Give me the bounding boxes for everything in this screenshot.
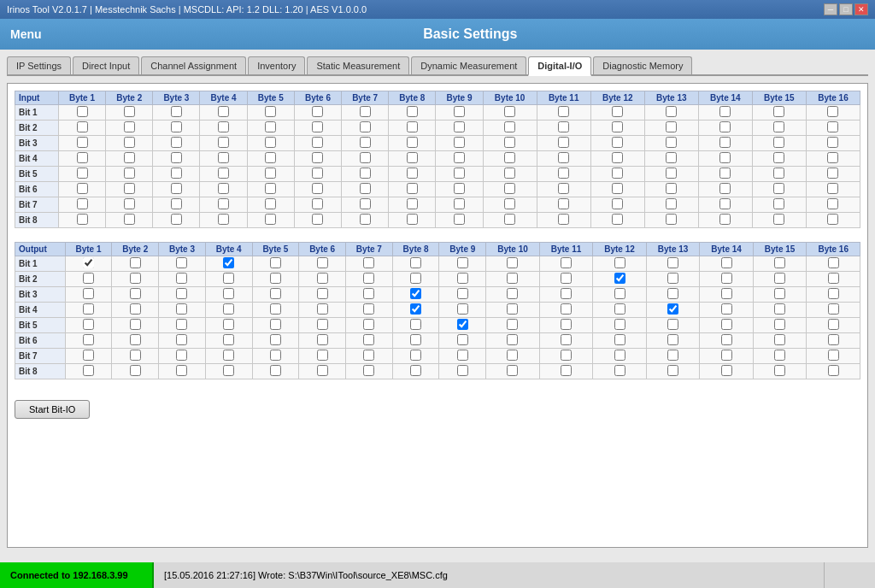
cell-r0-c9[interactable] [436,105,483,121]
cell-r5-c14[interactable] [698,182,752,197]
checkbox-r6-c16[interactable] [828,350,839,361]
checkbox-r5-c8[interactable] [410,334,421,345]
checkbox-r6-c7[interactable] [360,198,371,209]
checkbox-r2-c6[interactable] [312,137,323,148]
cell-r5-c10[interactable] [483,182,537,197]
checkbox-r5-c5[interactable] [270,334,281,345]
checkbox-r5-c3[interactable] [171,183,182,194]
checkbox-r2-c7[interactable] [360,137,371,148]
checkbox-r7-c12[interactable] [612,214,623,225]
checkbox-r6-c10[interactable] [504,198,515,209]
checkbox-r1-c11[interactable] [561,273,572,284]
checkbox-r5-c13[interactable] [667,334,678,345]
checkbox-r1-c16[interactable] [828,273,839,284]
checkbox-r2-c5[interactable] [270,288,281,299]
checkbox-r5-c4[interactable] [223,334,234,345]
cell-r1-c7[interactable] [346,272,393,287]
cell-r5-c15[interactable] [752,182,806,197]
cell-r7-c9[interactable] [439,364,486,379]
checkbox-r2-c14[interactable] [719,137,731,148]
checkbox-r2-c2[interactable] [130,288,141,299]
checkbox-r3-c3[interactable] [171,152,182,163]
cell-r3-c6[interactable] [299,303,346,318]
cell-r0-c10[interactable] [486,256,540,272]
checkbox-r6-c6[interactable] [312,198,323,209]
checkbox-r1-c6[interactable] [317,273,328,284]
checkbox-r1-c15[interactable] [773,121,784,132]
checkbox-r2-c12[interactable] [612,137,623,148]
checkbox-r5-c12[interactable] [614,334,625,345]
checkbox-r4-c2[interactable] [124,168,135,179]
checkbox-r2-c11[interactable] [561,288,572,299]
cell-r2-c15[interactable] [753,287,807,303]
cell-r7-c2[interactable] [112,364,159,379]
cell-r2-c5[interactable] [247,136,294,151]
checkbox-r4-c3[interactable] [171,168,182,179]
cell-r5-c8[interactable] [389,182,436,197]
cell-r1-c8[interactable] [389,121,436,136]
cell-r7-c16[interactable] [806,213,860,228]
checkbox-r4-c12[interactable] [612,168,623,179]
cell-r6-c8[interactable] [389,197,436,213]
checkbox-r6-c1[interactable] [83,350,94,361]
cell-r2-c13[interactable] [646,287,700,303]
cell-r1-c15[interactable] [752,121,806,136]
checkbox-r7-c8[interactable] [407,214,418,225]
cell-r6-c1[interactable] [65,349,112,364]
checkbox-r3-c12[interactable] [614,303,625,315]
cell-r1-c6[interactable] [299,272,346,287]
cell-r3-c4[interactable] [205,303,252,318]
cell-r7-c10[interactable] [483,213,537,228]
cell-r5-c5[interactable] [247,182,294,197]
checkbox-r2-c3[interactable] [176,288,187,299]
checkbox-r4-c11[interactable] [561,319,572,330]
cell-r7-c16[interactable] [807,364,860,379]
checkbox-r0-c14[interactable] [719,106,731,117]
cell-r4-c5[interactable] [247,167,294,182]
cell-r3-c13[interactable] [644,151,698,167]
tab-inventory[interactable]: Inventory [248,56,305,74]
checkbox-r2-c16[interactable] [828,288,839,299]
cell-r5-c2[interactable] [106,182,153,197]
cell-r7-c6[interactable] [294,213,341,228]
checkbox-r0-c13[interactable] [666,106,677,117]
cell-r2-c7[interactable] [342,136,389,151]
checkbox-r2-c6[interactable] [317,288,328,299]
checkbox-r5-c7[interactable] [363,334,374,345]
checkbox-r5-c14[interactable] [721,334,732,345]
checkbox-r0-c9[interactable] [457,257,468,268]
checkbox-r0-c16[interactable] [827,106,838,117]
checkbox-r1-c10[interactable] [507,273,518,284]
cell-r4-c1[interactable] [65,318,112,333]
checkbox-r4-c4[interactable] [218,168,229,179]
cell-r1-c8[interactable] [392,272,439,287]
checkbox-r0-c8[interactable] [410,257,421,268]
checkbox-r1-c12[interactable] [614,273,625,284]
checkbox-r2-c8[interactable] [410,288,421,299]
cell-r0-c14[interactable] [700,256,754,272]
checkbox-r1-c7[interactable] [363,273,374,284]
cell-r4-c7[interactable] [346,318,393,333]
checkbox-r0-c3[interactable] [171,106,182,117]
cell-r4-c11[interactable] [539,318,593,333]
cell-r3-c9[interactable] [436,151,483,167]
cell-r1-c13[interactable] [644,121,698,136]
checkbox-r2-c2[interactable] [124,137,135,148]
checkbox-r7-c3[interactable] [176,365,187,376]
checkbox-r3-c6[interactable] [317,303,328,315]
cell-r3-c8[interactable] [392,303,439,318]
checkbox-r1-c8[interactable] [410,273,421,284]
cell-r4-c13[interactable] [646,318,700,333]
cell-r5-c3[interactable] [159,333,206,349]
checkbox-r2-c13[interactable] [666,137,677,148]
cell-r4-c16[interactable] [807,318,860,333]
cell-r6-c2[interactable] [112,349,159,364]
checkbox-r3-c15[interactable] [774,303,785,315]
checkbox-r1-c16[interactable] [827,121,838,132]
checkbox-r5-c6[interactable] [312,183,323,194]
checkbox-r7-c1[interactable] [77,214,88,225]
cell-r1-c3[interactable] [159,272,206,287]
cell-r2-c3[interactable] [159,287,206,303]
checkbox-r3-c2[interactable] [124,152,135,163]
checkbox-r3-c11[interactable] [561,303,572,315]
